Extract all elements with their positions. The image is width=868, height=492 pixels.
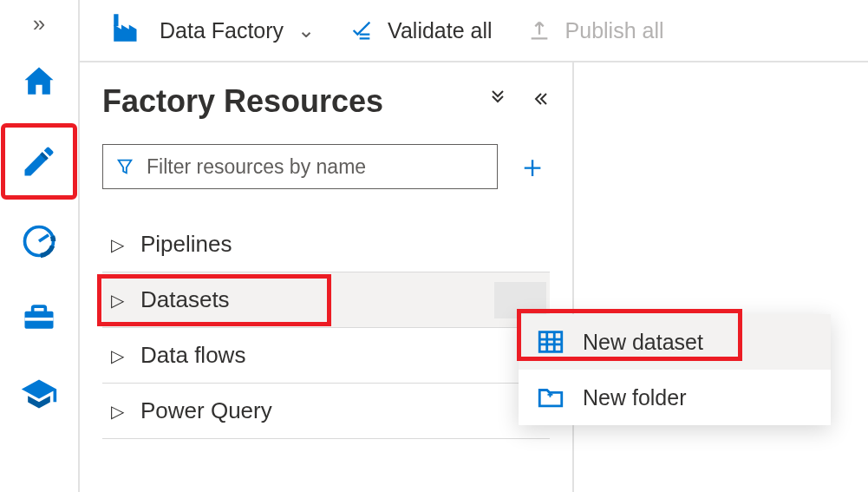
svg-rect-6: [539, 332, 562, 352]
canvas-area: [574, 62, 868, 492]
svg-rect-3: [33, 306, 46, 312]
chevron-down-icon: ⌄: [297, 18, 315, 43]
factory-icon: [109, 10, 146, 51]
add-resource-button[interactable]: ＋: [515, 151, 550, 182]
checklist-icon: [349, 18, 374, 43]
pencil-icon: [20, 142, 58, 180]
context-label: New folder: [583, 385, 687, 410]
tree-item-pipelines[interactable]: ▷ Pipelines: [102, 217, 550, 272]
filter-input[interactable]: [147, 155, 485, 179]
triangle-right-icon: ▷: [111, 401, 127, 422]
folder-plus-icon: [536, 383, 565, 412]
expand-all-icon[interactable]: [487, 89, 508, 115]
tree-item-dataflows[interactable]: ▷ Data flows: [102, 328, 550, 384]
tree-label: Pipelines: [140, 231, 232, 258]
tree-label: Data flows: [140, 342, 245, 369]
table-icon: [536, 327, 565, 357]
publish-all-button: Publish all: [527, 18, 664, 43]
toolbox-icon: [20, 298, 58, 337]
nav-monitor[interactable]: [8, 210, 70, 272]
tree-item-powerquery[interactable]: ▷ Power Query: [102, 384, 550, 439]
triangle-right-icon: ▷: [111, 290, 127, 311]
breadcrumb[interactable]: Data Factory ⌄: [109, 10, 315, 51]
nav-rail: »: [0, 0, 80, 492]
triangle-right-icon: ▷: [111, 345, 127, 366]
nav-learn[interactable]: [8, 363, 70, 425]
factory-resources-panel: Factory Resources: [80, 62, 574, 492]
publish-all-label: Publish all: [565, 18, 664, 43]
nav-home[interactable]: [8, 50, 70, 113]
upload-icon: [527, 18, 551, 43]
home-icon: [20, 62, 58, 101]
context-new-folder[interactable]: New folder: [519, 370, 831, 425]
collapse-panel-icon[interactable]: [529, 89, 550, 115]
svg-rect-5: [114, 14, 118, 26]
graduation-cap-icon: [20, 375, 58, 413]
nav-author[interactable]: [4, 127, 74, 196]
tree-label: Datasets: [140, 286, 230, 313]
context-menu: New dataset New folder: [519, 314, 831, 425]
topbar: Data Factory ⌄ Validate all Publish all: [80, 0, 868, 62]
chevron-right-double-icon: »: [33, 10, 45, 37]
triangle-right-icon: ▷: [111, 234, 127, 255]
context-new-dataset[interactable]: New dataset: [519, 314, 831, 370]
app-name: Data Factory: [160, 18, 284, 43]
svg-rect-4: [25, 318, 54, 321]
tree-item-actions[interactable]: [494, 282, 546, 318]
panel-title: Factory Resources: [102, 83, 383, 120]
validate-all-label: Validate all: [388, 18, 492, 43]
gauge-icon: [20, 222, 58, 260]
filter-input-wrapper[interactable]: [102, 144, 498, 189]
context-label: New dataset: [583, 330, 703, 355]
tree-item-datasets[interactable]: ▷ Datasets: [102, 272, 550, 328]
filter-icon: [115, 157, 134, 176]
validate-all-button[interactable]: Validate all: [349, 18, 492, 43]
nav-manage[interactable]: [8, 286, 70, 349]
tree-label: Power Query: [140, 397, 272, 424]
plus-icon: ＋: [517, 148, 548, 184]
collapse-rail-button[interactable]: »: [0, 3, 78, 43]
